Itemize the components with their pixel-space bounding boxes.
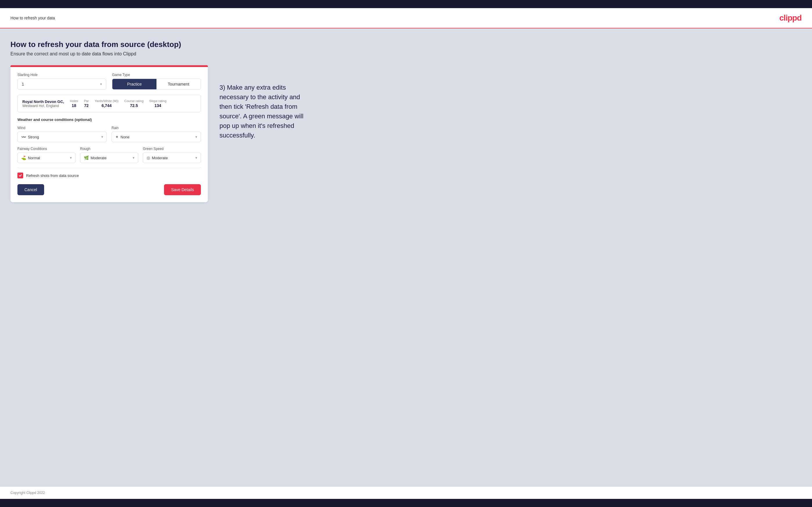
tournament-button[interactable]: Tournament: [156, 79, 201, 89]
wind-chevron-icon: ▾: [101, 135, 103, 139]
rough-select[interactable]: 🌿 Moderate ▾: [80, 153, 138, 163]
rough-value: Moderate: [91, 156, 107, 160]
refresh-checkbox-row: Refresh shots from data source: [17, 173, 201, 178]
par-value: 72: [84, 103, 89, 108]
wind-select[interactable]: 〰️ Strong ▾: [17, 132, 107, 142]
game-type-label: Game Type: [112, 73, 201, 77]
page-title: How to refresh your data from source (de…: [10, 40, 802, 49]
action-buttons: Cancel Save Details: [17, 184, 201, 195]
yards-label: Yards/White (M)): [95, 99, 118, 103]
starting-hole-group: Starting Hole 1 ▾: [17, 73, 106, 90]
cancel-button[interactable]: Cancel: [17, 184, 44, 195]
starting-hole-select[interactable]: 1 ▾: [17, 78, 106, 90]
form-row-top: Starting Hole 1 ▾ Game Type Practice Tou…: [17, 73, 201, 90]
course-name-group: Royal North Devon GC, Westward Ho!, Engl…: [22, 100, 64, 108]
holes-value: 18: [72, 103, 77, 108]
course-info-box: Royal North Devon GC, Westward Ho!, Engl…: [17, 95, 201, 112]
green-speed-group: Green Speed ◎ Moderate ▾: [143, 147, 201, 163]
starting-hole-value: 1: [22, 82, 24, 87]
refresh-checkbox[interactable]: [17, 173, 23, 178]
logo: clippd: [779, 13, 802, 22]
green-speed-icon: ◎: [147, 156, 150, 160]
divider: [17, 168, 201, 168]
slope-rating-value: 134: [154, 103, 161, 108]
side-description: 3) Make any extra edits necessary to the…: [219, 83, 312, 140]
green-speed-text-group: ◎ Moderate: [147, 156, 195, 160]
rough-group: Rough 🌿 Moderate ▾: [80, 147, 138, 163]
rough-chevron-icon: ▾: [133, 156, 135, 160]
fairway-select[interactable]: ⛳ Normal ▾: [17, 153, 75, 163]
copyright-text: Copyright Clippd 2022: [10, 491, 45, 495]
bottom-bar: [0, 499, 812, 507]
form-card: Starting Hole 1 ▾ Game Type Practice Tou…: [10, 65, 208, 202]
rough-icon: 🌿: [84, 156, 89, 160]
green-speed-value: Moderate: [152, 156, 168, 160]
wind-icon: 〰️: [21, 134, 26, 139]
par-label: Par: [84, 99, 89, 103]
checkmark-icon: [18, 174, 22, 177]
practice-button[interactable]: Practice: [112, 79, 156, 89]
rough-text-group: 🌿 Moderate: [84, 156, 133, 160]
course-rating-label: Course rating: [124, 99, 143, 103]
save-button[interactable]: Save Details: [164, 184, 201, 195]
course-stat-course-rating: Course rating 72.5: [124, 99, 143, 108]
rain-text-group: ✦ None: [115, 134, 195, 139]
fairway-group: Fairway Conditions ⛳ Normal ▾: [17, 147, 75, 163]
course-stat-yards: Yards/White (M)) 6,744: [95, 99, 118, 108]
course-rating-value: 72.5: [130, 103, 138, 108]
green-speed-select[interactable]: ◎ Moderate ▾: [143, 153, 201, 163]
slope-rating-label: Slope rating: [149, 99, 166, 103]
conditions-row-2: Fairway Conditions ⛳ Normal ▾ Rough 🌿: [17, 147, 201, 163]
header: How to refresh your data clippd: [0, 8, 812, 29]
conditions-row-1: Wind 〰️ Strong ▾ Rain ✦ None: [17, 126, 201, 142]
yards-value: 6,744: [102, 103, 112, 108]
chevron-down-icon: ▾: [100, 82, 102, 86]
rough-label: Rough: [80, 147, 138, 151]
side-text: 3) Make any extra edits necessary to the…: [219, 65, 312, 140]
footer: Copyright Clippd 2022: [0, 487, 812, 499]
green-speed-label: Green Speed: [143, 147, 201, 151]
rain-select[interactable]: ✦ None ▾: [111, 132, 201, 142]
game-type-group-container: Game Type Practice Tournament: [112, 73, 201, 90]
course-stat-holes: Holes 18: [70, 99, 78, 108]
rain-group: Rain ✦ None ▾: [111, 126, 201, 142]
rain-label: Rain: [111, 126, 201, 130]
green-speed-chevron-icon: ▾: [195, 156, 197, 160]
fairway-icon: ⛳: [21, 156, 26, 160]
main-content: How to refresh your data from source (de…: [0, 29, 812, 487]
page-subtitle: Ensure the correct and most up to date d…: [10, 51, 802, 57]
wind-value: Strong: [28, 135, 39, 139]
course-name: Royal North Devon GC,: [22, 100, 64, 104]
course-location: Westward Ho!, England: [22, 104, 64, 108]
header-title: How to refresh your data: [10, 16, 55, 20]
content-area: Starting Hole 1 ▾ Game Type Practice Tou…: [10, 65, 802, 202]
rain-icon: ✦: [115, 134, 119, 139]
holes-label: Holes: [70, 99, 78, 103]
wind-label: Wind: [17, 126, 107, 130]
starting-hole-label: Starting Hole: [17, 73, 106, 77]
course-stat-slope-rating: Slope rating 134: [149, 99, 166, 108]
fairway-chevron-icon: ▾: [70, 156, 72, 160]
wind-group: Wind 〰️ Strong ▾: [17, 126, 107, 142]
refresh-checkbox-label: Refresh shots from data source: [26, 173, 79, 178]
wind-text-group: 〰️ Strong: [21, 134, 101, 139]
top-bar: [0, 0, 812, 8]
card-accent: [10, 65, 208, 67]
fairway-text-group: ⛳ Normal: [21, 156, 70, 160]
fairway-value: Normal: [28, 156, 40, 160]
rain-value: None: [120, 135, 130, 139]
rain-chevron-icon: ▾: [195, 135, 197, 139]
weather-section-title: Weather and course conditions (optional): [17, 117, 201, 122]
fairway-label: Fairway Conditions: [17, 147, 75, 151]
course-stat-par: Par 72: [84, 99, 89, 108]
game-type-toggle: Practice Tournament: [112, 78, 201, 90]
